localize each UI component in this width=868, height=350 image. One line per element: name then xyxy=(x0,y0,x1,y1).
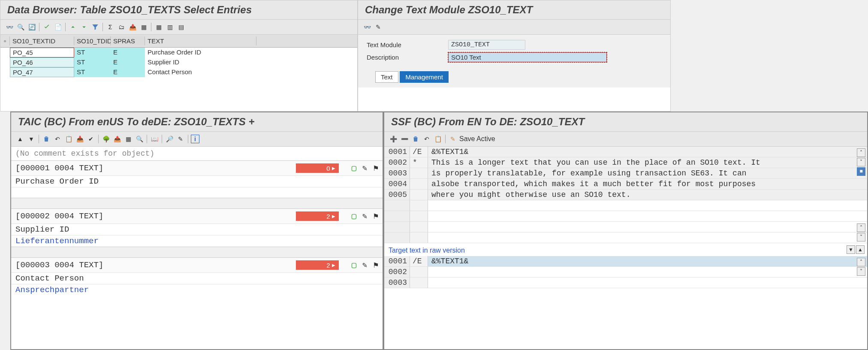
export2-icon[interactable]: 📤 xyxy=(112,134,122,144)
undo-icon[interactable]: ↶ xyxy=(422,134,431,144)
undo-icon[interactable]: ↶ xyxy=(53,134,62,144)
copy-icon[interactable]: 📋 xyxy=(433,134,443,144)
layout-icon[interactable]: ▦ xyxy=(139,22,148,32)
format-code[interactable] xyxy=(410,190,428,200)
check-icon[interactable] xyxy=(42,22,51,32)
format-code[interactable]: * xyxy=(410,157,428,168)
scroll-down-icon[interactable]: ˅ xyxy=(857,158,865,166)
sort-asc-icon[interactable] xyxy=(68,22,78,32)
grid3-icon[interactable]: ▤ xyxy=(176,22,186,32)
cell-text[interactable]: Contact Person xyxy=(145,67,256,77)
description-field[interactable]: SO10 Text xyxy=(448,52,607,62)
search-icon[interactable]: 🔍 xyxy=(135,134,144,144)
line-text[interactable]: where you might otherwise use an SO10 te… xyxy=(428,190,867,200)
line-text[interactable]: This is a longer text that you can use i… xyxy=(428,157,867,168)
cell-spras[interactable]: E xyxy=(111,67,145,77)
collapse-icon[interactable]: ▲ xyxy=(15,134,25,144)
copy-icon[interactable]: 📋 xyxy=(64,134,73,144)
cell-textid[interactable]: PO_46 xyxy=(10,57,74,67)
sum-icon[interactable]: Σ xyxy=(105,22,115,32)
export-icon[interactable]: 📤 xyxy=(128,22,137,32)
editor-row[interactable] xyxy=(384,211,867,222)
grid-icon[interactable]: ▦ xyxy=(154,22,163,32)
cell-tdid[interactable]: ST xyxy=(74,57,111,67)
scroll-down-icon[interactable]: ˅ xyxy=(857,233,865,241)
editor-row[interactable]: 0005 where you might otherwise use an SO… xyxy=(384,190,867,200)
line-text[interactable]: &%TEXT1& xyxy=(428,147,867,157)
format-code[interactable] xyxy=(410,278,428,288)
trash-icon[interactable] xyxy=(42,134,51,144)
line-text[interactable]: &%TEXT1& xyxy=(428,256,867,266)
format-code[interactable] xyxy=(410,179,428,189)
table-row[interactable]: PO_46 ST E Supplier ID xyxy=(0,57,357,67)
save-active-button[interactable]: Save Active xyxy=(459,135,495,143)
line-text[interactable]: alsobe transported, which makes it a muc… xyxy=(428,179,867,189)
editor-row[interactable] xyxy=(384,222,867,232)
expand-icon[interactable]: ▼ xyxy=(27,134,36,144)
col-header-text[interactable]: TEXT xyxy=(145,36,256,45)
find-icon[interactable]: 🔍 xyxy=(16,22,25,32)
editor-row[interactable]: 0002 * This is a longer text that you ca… xyxy=(384,157,867,168)
scroll-up-icon[interactable]: ˄ xyxy=(857,258,865,266)
grid2-icon[interactable]: ▥ xyxy=(165,22,175,32)
add-row-icon[interactable]: ➕ xyxy=(389,134,398,144)
refresh-icon[interactable]: 🔄 xyxy=(27,22,36,32)
scroll-up-icon[interactable]: ˄ xyxy=(857,148,865,157)
scroll-marker-icon[interactable]: ■ xyxy=(857,167,865,176)
remove-row-icon[interactable]: ➖ xyxy=(400,134,409,144)
target-text[interactable] xyxy=(11,187,383,198)
format-code[interactable]: /E xyxy=(410,256,428,266)
scroll-up-icon[interactable]: ▲ xyxy=(856,245,865,254)
cell-textid[interactable]: PO_47 xyxy=(10,67,74,77)
filter-icon[interactable] xyxy=(90,22,100,32)
scroll-down-icon[interactable]: ˅ xyxy=(857,267,865,276)
format-code[interactable]: /E xyxy=(410,147,428,157)
table-row[interactable]: PO_47 ST E Contact Person xyxy=(0,67,357,77)
pencil-icon[interactable]: ✎ xyxy=(374,22,383,32)
accept-icon[interactable]: ▢ xyxy=(352,163,356,173)
cell-tdid[interactable]: ST xyxy=(74,67,111,77)
pencil-icon[interactable]: ✎ xyxy=(448,134,458,144)
grid4-icon[interactable]: ▦ xyxy=(124,134,133,144)
line-text[interactable] xyxy=(428,267,867,277)
editor-row[interactable]: 0001 /E &%TEXT1& xyxy=(384,256,867,267)
status-badge[interactable]: 2▸ xyxy=(296,211,339,221)
format-code[interactable] xyxy=(410,168,428,178)
scroll-up-icon[interactable]: ˄ xyxy=(857,223,865,232)
cell-spras[interactable]: E xyxy=(111,57,145,67)
edit-icon[interactable]: ✎ xyxy=(176,134,185,144)
editor-row[interactable]: 0002 xyxy=(384,267,867,278)
status-badge[interactable]: 2▸ xyxy=(296,260,339,270)
info-icon[interactable]: i xyxy=(191,135,199,143)
detail-icon[interactable]: 🗂 xyxy=(117,22,126,32)
cell-textid[interactable]: PO_45 xyxy=(10,48,74,57)
accept-icon[interactable]: ▢ xyxy=(352,260,356,270)
find2-icon[interactable]: 🔎 xyxy=(165,134,174,144)
accept-icon[interactable]: ▢ xyxy=(352,211,356,221)
format-code[interactable] xyxy=(410,267,428,277)
col-header-spras[interactable]: SPRAS xyxy=(111,36,145,45)
col-header-textid[interactable]: SO10_TEXTID xyxy=(10,36,74,45)
edit-row-icon[interactable]: ✎ xyxy=(362,211,367,221)
tab-text[interactable]: Text xyxy=(375,71,398,83)
edit-row-icon[interactable]: ✎ xyxy=(362,260,367,270)
line-text[interactable]: is properly translatable, for example us… xyxy=(428,168,867,178)
flag-icon[interactable]: ⚑ xyxy=(374,260,378,270)
check2-icon[interactable]: ✔ xyxy=(86,134,96,144)
glasses-icon[interactable]: 👓 xyxy=(5,22,14,32)
trash-icon[interactable] xyxy=(411,134,420,144)
dropdown-icon[interactable]: ▼ xyxy=(847,245,855,254)
editor-row[interactable]: 0003 is properly translatable, for examp… xyxy=(384,168,867,179)
glasses-toggle-icon[interactable]: 👓 xyxy=(362,22,372,32)
text-module-field[interactable]: ZSO10_TEXT xyxy=(448,40,525,50)
editor-row[interactable] xyxy=(384,232,867,243)
status-badge[interactable]: 0▸ xyxy=(296,163,339,173)
editor-row[interactable] xyxy=(384,200,867,211)
editor-row[interactable]: 0001 /E &%TEXT1& xyxy=(384,147,867,157)
editor-row[interactable]: 0004 alsobe transported, which makes it … xyxy=(384,179,867,190)
append-icon[interactable]: 📄 xyxy=(53,22,63,32)
line-text[interactable] xyxy=(428,278,867,288)
target-text[interactable]: Ansprechpartner xyxy=(11,284,383,296)
flag-icon[interactable]: ⚑ xyxy=(374,211,378,221)
book-icon[interactable]: 📖 xyxy=(150,134,159,144)
